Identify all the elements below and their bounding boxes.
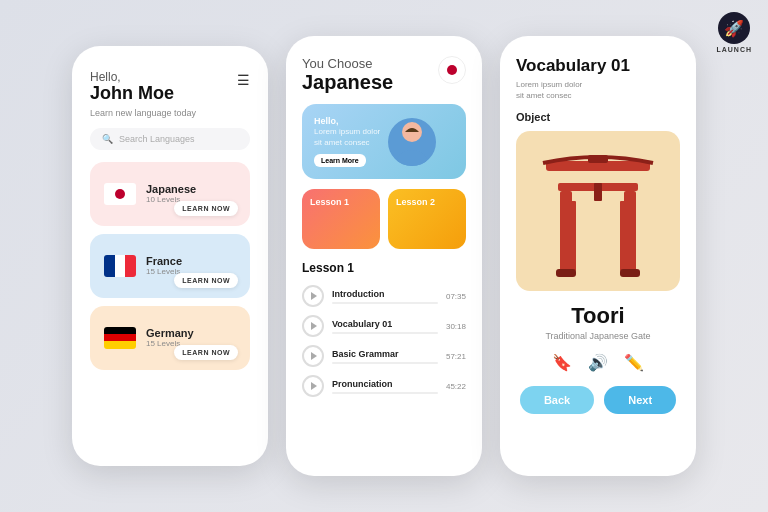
volume-icon[interactable]: 🔊 [588,353,608,372]
flag-fr-white [115,255,126,277]
back-button[interactable]: Back [520,386,594,414]
phone1-name: John Moe [90,84,174,104]
next-button[interactable]: Next [604,386,676,414]
phone-2: You Choose Japanese Hello, Lorem ipsum d… [286,36,482,476]
lesson-name-1: Vocabulary 01 [332,319,438,329]
search-bar[interactable]: 🔍 Search Languages [90,128,250,150]
play-btn-0[interactable] [302,285,324,307]
banner: Hello, Lorem ipsum dolorsit amet consec … [302,104,466,179]
language-card-france: France 15 Levels LEARN NOW [90,234,250,298]
lesson-info-3: Pronunciation [332,379,438,394]
language-card-japanese: Japanese 10 Levels LEARN NOW [90,162,250,226]
lesson-bar-1 [332,332,438,334]
phone2-language: Japanese [302,71,393,94]
lesson-time-1: 30:18 [446,322,466,331]
phone2-header: You Choose Japanese [302,56,466,94]
action-icons: 🔖 🔊 ✏️ [516,353,680,372]
torii-image [516,131,680,291]
phone1-greeting-block: Hello, John Moe [90,70,174,104]
lesson-info-1: Vocabulary 01 [332,319,438,334]
svg-rect-8 [594,183,602,201]
learn-now-japanese[interactable]: LEARN NOW [174,201,238,216]
flag-germany [104,327,136,349]
svg-rect-7 [620,201,628,271]
banner-body: Lorem ipsum dolorsit amet consec [314,126,380,148]
search-icon: 🔍 [102,134,113,144]
flag-de-black [104,327,136,334]
lesson-time-2: 57:21 [446,352,466,361]
svg-rect-6 [568,201,576,271]
phone1-header: Hello, John Moe ☰ [90,70,250,104]
play-triangle-3 [311,382,317,390]
bookmark-icon[interactable]: 🔖 [552,353,572,372]
svg-rect-10 [620,269,640,277]
flag-france [104,255,136,277]
lesson-item-1: Vocabulary 01 30:18 [302,315,466,337]
phone2-title: You Choose [302,56,393,71]
flag-fr-red [125,255,136,277]
lang-name-france: France [146,255,236,267]
search-placeholder: Search Languages [119,134,195,144]
object-label: Object [516,111,680,123]
lesson-name-2: Basic Grammar [332,349,438,359]
play-triangle-2 [311,352,317,360]
language-card-germany: Germany 15 Levels LEARN NOW [90,306,250,370]
svg-rect-9 [556,269,576,277]
lesson-section-title: Lesson 1 [302,261,466,275]
avatar [388,118,436,166]
lesson-item-0: Introduction 07:35 [302,285,466,307]
logo-text: LAUNCH [716,46,752,53]
vocab-subtitle: Lorem ipsum dolorsit amet consec [516,79,680,101]
flag-de-red [104,334,136,341]
lesson-info-2: Basic Grammar [332,349,438,364]
vocab-title: Vocabulary 01 [516,56,680,76]
lessons-row: Lesson 1 Lesson 2 [302,189,466,249]
hamburger-icon[interactable]: ☰ [237,72,250,88]
flag-japan [104,183,136,205]
play-triangle-1 [311,322,317,330]
lesson1-label: Lesson 1 [310,197,349,207]
lesson2-label: Lesson 2 [396,197,435,207]
word-title: Toori [516,303,680,329]
banner-hello: Hello, [314,116,380,126]
logo-icon: 🚀 [718,12,750,44]
lesson-item-2: Basic Grammar 57:21 [302,345,466,367]
lesson-item-3: Pronunciation 45:22 [302,375,466,397]
lesson-time-0: 07:35 [446,292,466,301]
phone1-greeting: Hello, [90,70,174,84]
logo: 🚀 LAUNCH [716,12,752,53]
lesson-card-2[interactable]: Lesson 2 [388,189,466,249]
lesson-name-0: Introduction [332,289,438,299]
lesson-card-1[interactable]: Lesson 1 [302,189,380,249]
lang-name-japanese: Japanese [146,183,236,195]
play-btn-3[interactable] [302,375,324,397]
learn-now-france[interactable]: LEARN NOW [174,273,238,288]
phone-3: Vocabulary 01 Lorem ipsum dolorsit amet … [500,36,696,476]
play-btn-1[interactable] [302,315,324,337]
lesson-bar-0 [332,302,438,304]
learn-now-germany[interactable]: LEARN NOW [174,345,238,360]
svg-rect-11 [588,155,608,163]
phone1-subtitle: Learn new language today [90,108,250,118]
phones-container: Hello, John Moe ☰ Learn new language tod… [52,16,716,496]
play-triangle-0 [311,292,317,300]
flag-de-gold [104,341,136,348]
phone2-title-block: You Choose Japanese [302,56,393,94]
lesson-time-3: 45:22 [446,382,466,391]
nav-buttons: Back Next [516,386,680,414]
lesson-info-0: Introduction [332,289,438,304]
play-btn-2[interactable] [302,345,324,367]
flag-fr-blue [104,255,115,277]
banner-text: Hello, Lorem ipsum dolorsit amet consec … [314,116,380,167]
word-subtitle: Traditional Japanese Gate [516,331,680,341]
phone-1: Hello, John Moe ☰ Learn new language tod… [72,46,268,466]
japanese-flag-circle [438,56,466,84]
lang-name-germany: Germany [146,327,236,339]
pencil-icon[interactable]: ✏️ [624,353,644,372]
learn-more-btn[interactable]: Learn More [314,154,366,167]
lesson-bar-3 [332,392,438,394]
lesson-name-3: Pronunciation [332,379,438,389]
lesson-bar-2 [332,362,438,364]
